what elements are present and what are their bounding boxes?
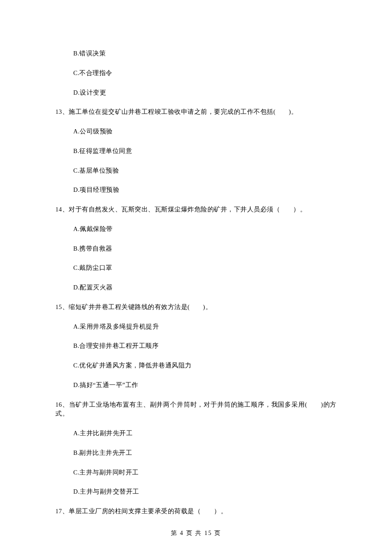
option-text: C.戴防尘口罩 <box>73 263 337 273</box>
question-stem: 16、当矿井工业场地布置有主、副井两个井筒时，对于井筒的施工顺序，我国多采用( … <box>55 400 337 419</box>
question-stem: 15、缩短矿井井巷工程关键路线的有效方法是( )。 <box>55 303 337 312</box>
option-text: C.基层单位预验 <box>73 166 337 176</box>
page-footer: 第 4 页 共 15 页 <box>0 529 392 537</box>
page-content: B.错误决策 C.不合理指令 D.设计变更 13、施工单位在提交矿山井巷工程竣工… <box>0 0 392 516</box>
option-text: B.携带自救器 <box>73 244 337 254</box>
option-text: B.征得监理单位同意 <box>73 147 337 156</box>
option-text: D.项目经理预验 <box>73 185 337 195</box>
option-text: C.主井与副井同时开工 <box>73 468 337 477</box>
option-text: A.佩戴保险带 <box>73 225 337 234</box>
option-text: D.配置灭火器 <box>73 283 337 292</box>
question-stem: 13、施工单位在提交矿山井巷工程竣工验收申请之前，要完成的工作不包括( )。 <box>55 107 337 117</box>
option-text: C.不合理指令 <box>73 69 337 78</box>
option-text: A.公司级预验 <box>73 127 337 136</box>
option-text: D.搞好“五通一平”工作 <box>73 381 337 390</box>
option-text: C.优化矿井通风方案，降低井巷通风阻力 <box>73 361 337 370</box>
option-text: A.主井比副井先开工 <box>73 429 337 438</box>
option-text: D.主井与副井交替开工 <box>73 487 337 497</box>
question-stem: 14、对于有自然发火、瓦斯突出、瓦斯煤尘爆炸危险的矿井，下井人员必须（ ）。 <box>55 205 337 214</box>
question-stem: 17、单层工业厂房的柱间支撑主要承受的荷载是（ ）。 <box>55 507 337 516</box>
option-text: A.采用井塔及多绳提升机提升 <box>73 322 337 332</box>
option-text: D.设计变更 <box>73 88 337 98</box>
option-text: B.错误决策 <box>73 49 337 58</box>
option-text: B.副井比主井先开工 <box>73 448 337 458</box>
option-text: B.合理安排井巷工程开工顺序 <box>73 341 337 351</box>
